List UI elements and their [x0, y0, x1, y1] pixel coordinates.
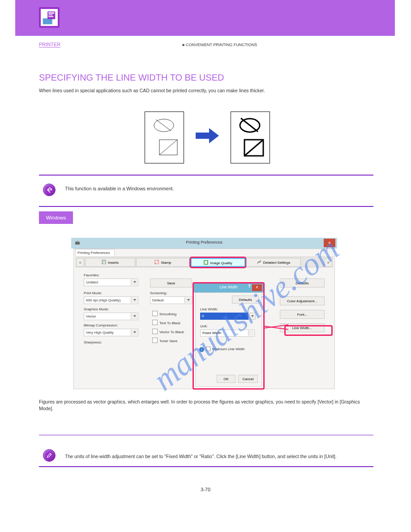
favorites-label: Favorites: [84, 273, 99, 277]
print-mode-value: 600 dpi (High Quality) [86, 298, 120, 302]
lw-min-line-width-checkbox[interactable]: iMinimum Line Width [199, 347, 244, 352]
before-after-diagram [145, 112, 274, 165]
divider [39, 175, 373, 176]
lw-body: Defaults Line Width: 0 Unit: Fixed Width… [195, 292, 262, 387]
close-icon[interactable]: × [324, 239, 335, 247]
lw-min-line-width-label: Minimum Line Width [212, 347, 244, 351]
graphics-mode-dropdown[interactable]: Vector [84, 313, 138, 320]
ok-button[interactable]: OK [217, 375, 235, 383]
lw-titlebar: Line Width ? × [194, 283, 263, 292]
note-text: This function is available in a Windows … [65, 186, 356, 191]
lw-line-width-dropdown[interactable]: 0 [200, 313, 248, 320]
printer-breadcrumb[interactable]: PRINTER [39, 42, 60, 47]
toner-save-checkbox[interactable]: Toner Save [152, 338, 177, 343]
graphics-mode-value: Vector [86, 314, 96, 318]
intro-text: When lines used in special applications … [39, 88, 370, 93]
lw-line-width-label: Line Width: [200, 307, 218, 311]
smoothing-checkbox[interactable]: Smoothing [152, 311, 176, 316]
svg-line-8 [159, 140, 177, 155]
lw-unit-value: Fixed Width [202, 331, 221, 335]
screening-label: Screening: [150, 291, 167, 295]
lw-unit-label: Unit: [200, 324, 207, 328]
lw-line-width-value: 0 [202, 314, 204, 318]
close-icon[interactable]: × [252, 284, 262, 291]
defaults-button[interactable]: Defaults [280, 279, 325, 287]
color-adjustment-button[interactable]: Color Adjustment... [280, 296, 325, 305]
tab-inserts[interactable]: Inserts [85, 258, 135, 267]
font-button[interactable]: Font... [280, 310, 325, 319]
bitmap-dropdown[interactable]: Very High Quality [84, 329, 138, 336]
print-mode-dropdown[interactable]: 600 dpi (High Quality) [84, 296, 138, 304]
divider [39, 435, 373, 435]
svg-rect-0 [43, 18, 52, 24]
tab-detailed-settings[interactable]: Detailed Settings [246, 258, 301, 267]
help-icon[interactable]: ? [248, 284, 251, 289]
tip-icon [43, 449, 56, 462]
breadcrumb-chapter: ►CONVENIENT PRINTING FUNCTIONS [182, 43, 257, 47]
tab-stamp-label: Stamp [161, 261, 171, 265]
lw-unit-dropdown[interactable]: Fixed Width [200, 330, 255, 337]
nav-next-button[interactable]: > [324, 258, 332, 267]
svg-rect-17 [103, 260, 106, 264]
tab-stamp[interactable]: Stamp [136, 258, 190, 267]
save-button[interactable]: Save [150, 279, 192, 287]
vector-to-black-checkbox[interactable]: Vector To Black [152, 329, 184, 334]
lw-defaults-button[interactable]: Defaults [232, 296, 259, 304]
svg-line-6 [156, 120, 171, 131]
svg-marker-9 [196, 128, 219, 143]
windows-tab: Windows [39, 211, 73, 224]
tab-bar: < Inserts Stamp Image Quality Detailed S… [75, 257, 333, 267]
svg-rect-2 [48, 13, 54, 14]
svg-rect-3 [48, 14, 53, 15]
printer-header-icon [39, 7, 60, 28]
divider [39, 206, 373, 207]
main-tab[interactable]: Printing Preferences [75, 249, 115, 256]
process-paragraph: Figures are processed as vector graphics… [39, 399, 370, 412]
print-mode-label: Print Mode: [84, 291, 102, 295]
window-title: Printing Preferences [71, 240, 337, 245]
tab-image-quality-label: Image Quality [210, 261, 232, 265]
info-icon: i [199, 347, 204, 352]
header-banner [15, 0, 395, 36]
svg-rect-21 [205, 261, 207, 264]
back-icon[interactable] [43, 184, 56, 196]
graphics-mode-label: Graphics Mode: [84, 307, 109, 311]
page-number: 3-70 [0, 487, 411, 492]
bitmap-value: Very High Quality [86, 330, 114, 335]
before-box [145, 112, 184, 163]
tab-inserts-label: Inserts [108, 261, 119, 265]
favorites-dropdown[interactable]: Untitled [84, 279, 138, 286]
tip-text: The units of line-width adjustment can b… [65, 454, 369, 459]
divider [39, 466, 373, 467]
screening-dropdown[interactable]: Default [150, 296, 192, 304]
svg-rect-4 [48, 16, 53, 17]
line-width-button-highlight [284, 325, 333, 336]
section-title: SPECIFYING THE LINE WIDTH TO BE USED [39, 73, 224, 83]
titlebar: Printing Preferences × [71, 238, 337, 249]
svg-line-13 [244, 140, 263, 156]
sharpness-label: Sharpness: [84, 340, 102, 344]
nav-prev-button[interactable]: < [76, 258, 84, 267]
screening-value: Default [152, 298, 163, 302]
line-width-dialog: Line Width ? × Defaults Line Width: 0 Un… [193, 282, 265, 390]
favorites-value: Untitled [86, 280, 98, 284]
after-box [231, 112, 270, 163]
tab-image-quality[interactable]: Image Quality [191, 258, 245, 267]
arrow-icon [196, 127, 219, 144]
text-to-black-checkbox[interactable]: Text To Black [152, 320, 180, 325]
tab-detailed-settings-label: Detailed Settings [263, 261, 290, 265]
cancel-button[interactable]: Cancel [238, 375, 258, 383]
bitmap-label: Bitmap Compression: [84, 323, 118, 327]
